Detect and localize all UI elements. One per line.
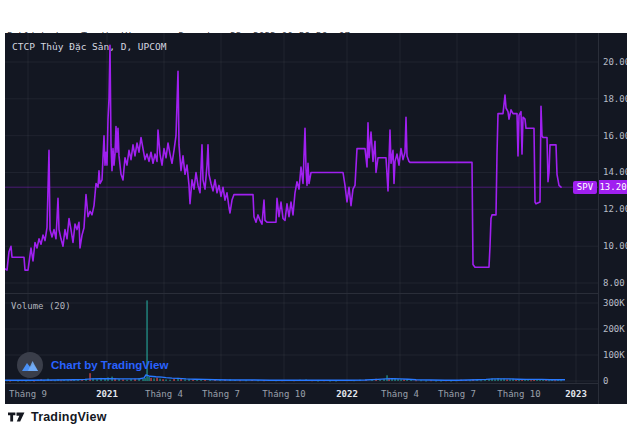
volume-axis-tick: 200K <box>603 324 625 334</box>
price-axis-tick: 14.00 <box>603 167 627 177</box>
footer-brand-row[interactable]: TradingView <box>8 410 107 424</box>
last-price-label: 13.20 <box>599 180 627 194</box>
price-axis-tick: 16.00 <box>603 131 627 141</box>
time-axis-label: Tháng 4 <box>381 389 419 399</box>
time-axis-label: 2023 <box>565 389 587 399</box>
time-axis-label: 2022 <box>336 389 358 399</box>
footer-brand-label: TradingView <box>31 410 107 424</box>
price-axis-tick: 12.00 <box>603 204 627 214</box>
tradingview-footer-logo-icon <box>8 410 25 424</box>
watermark-label[interactable]: Chart by TradingView <box>51 359 168 371</box>
tradingview-watermark[interactable]: Chart by TradingView <box>17 352 168 378</box>
time-axis-label: Tháng 7 <box>438 389 476 399</box>
price-axis-tick: 18.00 <box>603 94 627 104</box>
time-axis-label: Tháng 10 <box>262 389 305 399</box>
chart-legend-title: CTCP Thủy Đặc Sản, D, UPCOM <box>12 41 166 52</box>
time-scale[interactable]: Tháng 92021Tháng 4Tháng 7Tháng 102022Thá… <box>5 384 598 404</box>
volume-axis-tick: 0 <box>603 376 608 386</box>
time-axis-label: Tháng 9 <box>9 389 47 399</box>
volume-axis-tick: 300K <box>603 298 625 308</box>
series-symbol-badge: SPV <box>573 181 597 194</box>
time-axis-label: Tháng 7 <box>202 389 240 399</box>
chart-panel[interactable]: CTCP Thủy Đặc Sản, D, UPCOM Volume (20) … <box>5 33 627 404</box>
time-axis-label: Tháng 10 <box>497 389 540 399</box>
time-axis-label: Tháng 4 <box>145 389 183 399</box>
price-pane[interactable] <box>5 33 598 293</box>
tradingview-logo-icon <box>17 352 43 378</box>
price-scale[interactable]: 20.0018.0016.0014.0012.0010.008.00300K20… <box>599 33 627 383</box>
volume-axis-tick: 100K <box>603 350 625 360</box>
price-axis-tick: 20.00 <box>603 57 627 67</box>
volume-legend: Volume (20) <box>11 301 71 311</box>
time-axis-label: 2021 <box>96 389 118 399</box>
price-axis-tick: 8.00 <box>603 278 625 288</box>
price-axis-tick: 10.00 <box>603 241 627 251</box>
